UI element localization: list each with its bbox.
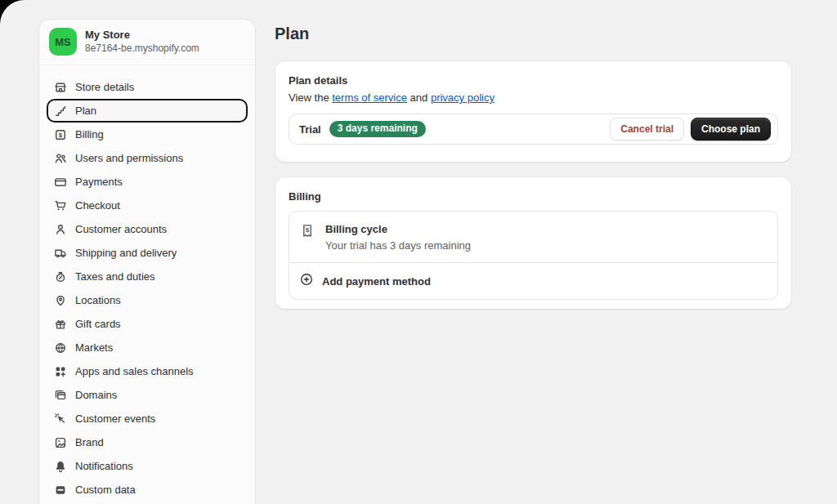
sidebar-item-brand[interactable]: Brand [47, 430, 248, 454]
sidebar-item-label: Taxes and duties [75, 270, 155, 283]
cart-icon [53, 198, 67, 212]
sidebar-item-label: Markets [75, 341, 113, 354]
sidebar-item-users-and-permissions[interactable]: Users and permissions [47, 146, 248, 170]
billing-box: $ Billing cycle Your trial has 3 days re… [289, 211, 778, 300]
sidebar-item-taxes-and-duties[interactable]: Taxes and duties [47, 265, 248, 288]
users-icon [53, 151, 67, 165]
sidebar-item-label: Shipping and delivery [75, 247, 177, 259]
sidebar-item-locations[interactable]: Locations [47, 288, 248, 312]
credit-card-icon [53, 175, 67, 189]
sidebar-item-notifications[interactable]: Notifications [47, 454, 248, 478]
sidebar-item-label: Custom data [75, 484, 136, 496]
choose-plan-button[interactable]: Choose plan [691, 118, 771, 140]
billing-title: Billing [289, 190, 778, 203]
sidebar-item-custom-data[interactable]: Custom data [47, 478, 248, 502]
store-name: My Store [85, 29, 199, 42]
sidebar-item-label: Gift cards [75, 318, 121, 330]
billing-cycle-subtitle: Your trial has 3 days remaining [325, 239, 471, 253]
sidebar-item-label: Customer accounts [75, 223, 167, 235]
subtitle-text: View the [289, 91, 332, 104]
store-avatar: MS [49, 28, 77, 56]
receipt-icon: $ [299, 223, 316, 243]
sidebar-item-customer-accounts[interactable]: Customer accounts [47, 217, 248, 241]
sidebar-item-label: Brand [75, 436, 104, 448]
sidebar-item-label: Apps and sales channels [75, 365, 194, 377]
billing-card: Billing $ Billing cycle Your trial has 3… [275, 177, 791, 309]
sidebar-item-label: Domains [75, 389, 117, 401]
store-header: MS My Store 8e7164-be.myshopify.com [39, 20, 255, 65]
sidebar-item-plan[interactable]: Plan [47, 99, 248, 123]
sidebar-item-label: Customer events [75, 413, 155, 425]
plan-details-title: Plan details [289, 74, 778, 87]
sidebar-item-domains[interactable]: Domains [47, 383, 248, 407]
trial-label: Trial [299, 123, 321, 136]
windows-icon [53, 388, 67, 402]
terms-of-service-link[interactable]: terms of service [332, 91, 407, 104]
sidebar-item-label: Checkout [75, 199, 120, 212]
plus-circle-icon [299, 272, 314, 290]
plan-details-card: Plan details View the terms of service a… [275, 61, 791, 162]
bell-icon [53, 459, 67, 473]
sidebar-item-label: Locations [75, 294, 121, 306]
sidebar-item-gift-cards[interactable]: Gift cards [47, 312, 248, 336]
sidebar-item-checkout[interactable]: Checkout [47, 194, 248, 217]
truck-icon [53, 246, 67, 260]
sidebar-item-customer-events[interactable]: Customer events [47, 407, 248, 430]
billing-cycle-title: Billing cycle [325, 222, 471, 237]
image-icon [53, 435, 67, 449]
sidebar-item-label: Payments [75, 176, 123, 188]
sidebar-item-billing[interactable]: $ Billing [47, 123, 248, 146]
billing-cycle-row: $ Billing cycle Your trial has 3 days re… [289, 212, 777, 262]
plan-stairs-icon [53, 104, 67, 118]
storefront-icon [53, 80, 67, 94]
sidebar-item-shipping-and-delivery[interactable]: Shipping and delivery [47, 241, 248, 265]
privacy-policy-link[interactable]: privacy policy [431, 91, 495, 104]
sidebar-item-label: Store details [75, 81, 134, 93]
add-payment-method-button[interactable]: Add payment method [289, 263, 777, 299]
sidebar-item-markets[interactable]: Markets [47, 336, 248, 359]
billing-cycle-text: Billing cycle Your trial has 3 days rema… [325, 222, 471, 252]
store-initials: MS [55, 36, 71, 48]
store-meta: My Store 8e7164-be.myshopify.com [85, 29, 199, 55]
svg-text:$: $ [306, 226, 310, 234]
sidebar-item-payments[interactable]: Payments [47, 170, 248, 194]
sidebar-item-store-details[interactable]: Store details [47, 75, 248, 99]
cancel-trial-button[interactable]: Cancel trial [610, 118, 684, 140]
sidebar-item-label: Billing [75, 128, 104, 140]
pin-icon [53, 293, 67, 307]
settings-page: MS My Store 8e7164-be.myshopify.com Stor… [0, 0, 837, 504]
gift-icon [53, 317, 67, 331]
settings-sidebar: MS My Store 8e7164-be.myshopify.com Stor… [39, 20, 255, 504]
trial-days-badge: 3 days remaining [329, 121, 426, 138]
plan-details-subtitle: View the terms of service and privacy po… [289, 91, 778, 104]
svg-text:$: $ [58, 131, 62, 138]
sidebar-item-apps-and-sales-channels[interactable]: Apps and sales channels [47, 359, 248, 383]
add-payment-method-label: Add payment method [322, 275, 431, 288]
dollar-square-icon: $ [53, 127, 67, 141]
sidebar-item-label: Plan [75, 105, 96, 117]
person-icon [53, 222, 67, 236]
trial-actions: Cancel trial Choose plan [610, 118, 771, 140]
sidebar-item-label: Notifications [75, 460, 133, 472]
apps-grid-icon [53, 364, 67, 378]
trial-row: Trial 3 days remaining Cancel trial Choo… [289, 114, 778, 145]
sidebar-item-label: Users and permissions [75, 152, 183, 164]
money-bag-icon [53, 270, 67, 283]
globe-icon [53, 341, 67, 355]
page-title: Plan [275, 25, 309, 43]
shopify-settings-window: MS My Store 8e7164-be.myshopify.com Stor… [0, 0, 837, 504]
store-domain: 8e7164-be.myshopify.com [85, 42, 199, 55]
cursor-icon [53, 412, 67, 426]
subtitle-text: and [407, 91, 431, 104]
settings-nav: Store details Plan $ Billing [39, 65, 255, 502]
database-icon [53, 483, 67, 497]
